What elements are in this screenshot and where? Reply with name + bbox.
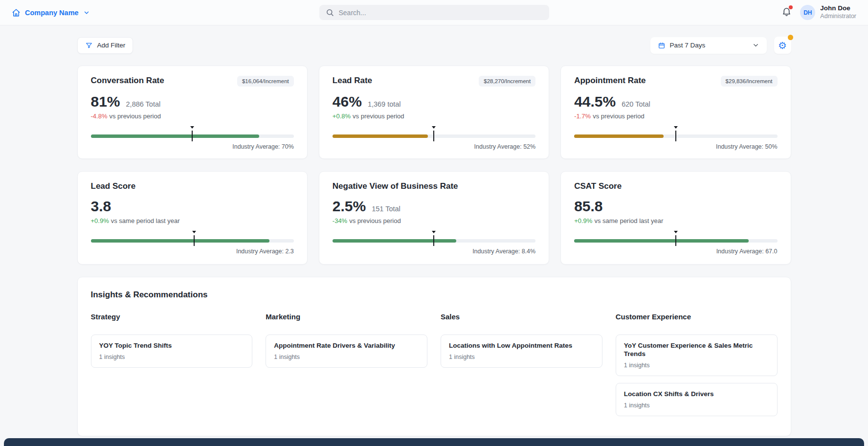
date-range-select[interactable]: Past 7 Days bbox=[650, 37, 767, 54]
increment-badge: $16,064/Increment bbox=[237, 76, 294, 87]
metric-card-conversation-rate: Conversation Rate $16,064/Increment 81% … bbox=[77, 66, 308, 159]
progress-fill bbox=[91, 239, 269, 243]
delta-value: -34% bbox=[333, 217, 347, 224]
metrics-row-2: Lead Score 3.8 +0.9%vs same period last … bbox=[77, 171, 791, 265]
metric-title: CSAT Score bbox=[574, 181, 622, 191]
progress-fill bbox=[91, 134, 260, 138]
insights-column-strategy: Strategy YOY Topic Trend Shifts 1 insigh… bbox=[91, 312, 253, 416]
top-navbar: Company Name DH John Doe Administrator bbox=[0, 0, 868, 25]
insight-count: 1 insights bbox=[624, 402, 769, 409]
column-label: Strategy bbox=[91, 312, 253, 321]
industry-average-label: Industry Average: 8.4% bbox=[333, 248, 535, 255]
metric-progress-bar bbox=[333, 134, 535, 138]
user-menu[interactable]: DH John Doe Administrator bbox=[800, 4, 856, 21]
delta-suffix: vs same period last year bbox=[594, 217, 663, 224]
insight-title: YOY Topic Trend Shifts bbox=[99, 342, 245, 350]
company-switcher[interactable]: Company Name bbox=[12, 8, 90, 17]
metric-total: 620 Total bbox=[622, 100, 650, 108]
metric-value: 2.5% bbox=[333, 198, 366, 214]
insight-card[interactable]: Location CX Shifts & Drivers 1 insights bbox=[616, 383, 778, 416]
metric-value: 46% bbox=[333, 93, 362, 110]
insight-card[interactable]: Appointment Rate Drivers & Variability 1… bbox=[266, 334, 427, 368]
calendar-icon bbox=[658, 42, 666, 49]
search-icon bbox=[326, 8, 334, 17]
metric-title: Lead Rate bbox=[333, 76, 372, 86]
filters-toolbar: Add Filter Past 7 Days ⚙ bbox=[77, 37, 791, 54]
delta-suffix: vs previous period bbox=[593, 112, 645, 120]
progress-fill bbox=[574, 239, 749, 243]
metric-title: Negative View of Business Rate bbox=[333, 181, 458, 191]
navbar-right-group: DH John Doe Administrator bbox=[780, 4, 856, 21]
insights-column-customer-experience: Customer Experience YoY Customer Experie… bbox=[616, 312, 778, 416]
metric-delta: +0.8%vs previous period bbox=[333, 112, 535, 120]
marker-line bbox=[433, 131, 434, 141]
marker-triangle-icon bbox=[674, 126, 678, 129]
add-filter-label: Add Filter bbox=[97, 42, 126, 49]
metric-delta: +0.9%vs same period last year bbox=[91, 217, 294, 224]
insights-section: Insights & Recommendations Strategy YOY … bbox=[77, 277, 791, 436]
metric-card-lead-score: Lead Score 3.8 +0.9%vs same period last … bbox=[77, 171, 308, 265]
metric-value: 44.5% bbox=[574, 93, 616, 110]
add-filter-button[interactable]: Add Filter bbox=[77, 37, 134, 54]
insights-grid: Strategy YOY Topic Trend Shifts 1 insigh… bbox=[91, 312, 778, 416]
delta-value: -4.8% bbox=[91, 112, 108, 120]
search-input[interactable] bbox=[339, 9, 543, 17]
industry-average-marker bbox=[192, 231, 197, 246]
marker-triangle-icon bbox=[190, 126, 194, 129]
metric-card-csat-score: CSAT Score 85.8 +0.9%vs same period last… bbox=[560, 171, 791, 265]
industry-average-marker bbox=[431, 231, 436, 246]
metric-delta: -1.7%vs previous period bbox=[574, 112, 777, 120]
metric-value: 3.8 bbox=[91, 198, 111, 214]
delta-suffix: vs previous period bbox=[349, 217, 401, 224]
avatar: DH bbox=[800, 5, 815, 20]
notification-badge bbox=[789, 5, 793, 9]
delta-suffix: vs same period last year bbox=[111, 217, 180, 224]
column-label: Customer Experience bbox=[616, 312, 778, 321]
industry-average-label: Industry Average: 52% bbox=[333, 143, 535, 150]
metric-title: Appointment Rate bbox=[574, 76, 645, 86]
insight-card[interactable]: YOY Topic Trend Shifts 1 insights bbox=[91, 334, 253, 368]
insight-count: 1 insights bbox=[99, 354, 245, 360]
marker-triangle-icon bbox=[674, 231, 678, 233]
insight-card[interactable]: YoY Customer Experience & Sales Metric T… bbox=[616, 334, 778, 376]
global-search bbox=[319, 5, 549, 20]
footer-bar bbox=[4, 438, 864, 446]
insight-title: Appointment Rate Drivers & Variability bbox=[274, 342, 419, 350]
industry-average-marker bbox=[431, 126, 436, 141]
marker-line bbox=[675, 131, 676, 141]
home-icon bbox=[12, 8, 21, 17]
company-name: Company Name bbox=[25, 9, 79, 17]
metric-value: 85.8 bbox=[574, 198, 602, 214]
column-label: Sales bbox=[441, 312, 602, 321]
delta-value: +0.8% bbox=[333, 112, 351, 120]
insight-title: YoY Customer Experience & Sales Metric T… bbox=[624, 342, 769, 358]
notifications-button[interactable] bbox=[780, 5, 793, 20]
insights-column-sales: Sales Locations with Low Appointment Rat… bbox=[441, 312, 602, 416]
marker-line bbox=[192, 131, 193, 141]
progress-fill bbox=[333, 239, 456, 243]
settings-alert-badge bbox=[788, 35, 793, 40]
chevron-down-icon bbox=[752, 42, 759, 49]
insight-card[interactable]: Locations with Low Appointment Rates 1 i… bbox=[441, 334, 602, 368]
filter-icon bbox=[85, 42, 93, 49]
progress-fill bbox=[574, 134, 664, 138]
column-label: Marketing bbox=[266, 312, 427, 321]
delta-value: +0.9% bbox=[91, 217, 109, 224]
user-name: John Doe bbox=[820, 4, 856, 13]
increment-badge: $29,836/Increment bbox=[721, 76, 778, 87]
delta-value: +0.9% bbox=[574, 217, 592, 224]
metric-card-appointment-rate: Appointment Rate $29,836/Increment 44.5%… bbox=[560, 66, 791, 159]
settings-button[interactable]: ⚙ bbox=[774, 37, 791, 54]
user-role: Administrator bbox=[820, 13, 856, 21]
insight-title: Locations with Low Appointment Rates bbox=[449, 342, 594, 350]
marker-line bbox=[675, 235, 676, 246]
toolbar-right-group: Past 7 Days ⚙ bbox=[650, 37, 791, 54]
gear-icon: ⚙ bbox=[778, 41, 787, 50]
increment-badge: $28,270/Increment bbox=[479, 76, 535, 87]
insight-count: 1 insights bbox=[449, 354, 594, 360]
metric-delta: -34%vs previous period bbox=[333, 217, 535, 224]
metric-value: 81% bbox=[91, 93, 120, 110]
metric-total: 1,369 total bbox=[368, 100, 401, 108]
chevron-down-icon bbox=[83, 9, 90, 16]
metric-total: 151 Total bbox=[372, 205, 401, 213]
